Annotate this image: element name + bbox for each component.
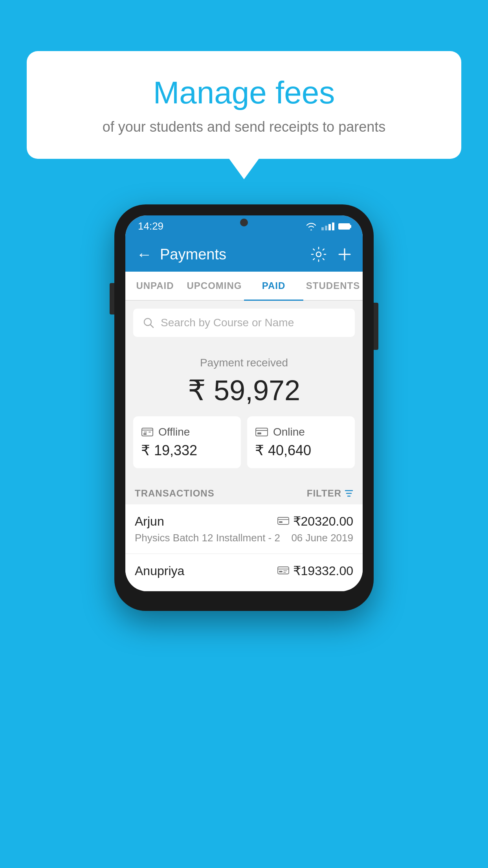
transaction-name: Arjun: [135, 514, 164, 529]
svg-rect-1: [142, 428, 153, 436]
transactions-header: TRANSACTIONS FILTER: [125, 480, 363, 504]
tab-unpaid[interactable]: UNPAID: [125, 272, 185, 300]
svg-rect-2: [143, 433, 147, 435]
app-bar-title: Payments: [160, 246, 311, 263]
online-label: Online: [273, 426, 305, 438]
transaction-name: Anupriya: [135, 564, 184, 578]
phone-screen: 14:29: [125, 215, 363, 591]
svg-rect-3: [256, 428, 268, 436]
phone-frame: 14:29: [114, 204, 374, 611]
transaction-row[interactable]: Anupriya ₹19332.00: [125, 554, 363, 591]
offline-card: Offline ₹ 19,332: [133, 416, 241, 468]
bubble-title: Manage fees: [58, 75, 430, 111]
svg-rect-4: [257, 432, 261, 434]
svg-rect-6: [279, 521, 283, 523]
filter-icon: [345, 489, 353, 498]
offline-payment-icon: [141, 427, 154, 438]
online-payment-icon: [255, 427, 268, 437]
svg-rect-7: [278, 567, 289, 574]
offline-amount: ₹ 19,332: [141, 442, 233, 459]
payment-summary: Payment received ₹ 59,972: [125, 345, 363, 480]
speech-bubble: Manage fees of your students and send re…: [27, 51, 461, 159]
search-bar-wrapper: Search by Course or Name: [125, 301, 363, 345]
transaction-amount: ₹19332.00: [293, 563, 353, 578]
payment-total-amount: ₹ 59,972: [133, 374, 355, 407]
transactions-label: TRANSACTIONS: [135, 488, 215, 499]
offline-label: Offline: [158, 426, 190, 438]
transaction-amount: ₹20320.00: [293, 514, 353, 529]
online-payment-icon: [277, 517, 289, 526]
filter-label: FILTER: [307, 488, 341, 499]
back-button[interactable]: ←: [136, 246, 152, 263]
search-bar[interactable]: Search by Course or Name: [133, 309, 355, 337]
signal-icon: [321, 223, 334, 230]
search-placeholder: Search by Course or Name: [161, 316, 294, 329]
online-card: Online ₹ 40,640: [247, 416, 355, 468]
wifi-icon: [305, 222, 317, 231]
tab-upcoming[interactable]: UPCOMING: [185, 272, 244, 300]
transaction-course: Physics Batch 12 Installment - 2: [135, 532, 280, 544]
camera-dot: [240, 219, 248, 226]
svg-rect-5: [278, 517, 289, 524]
transaction-row[interactable]: Arjun ₹20320.00 Physics Batch 12 Install…: [125, 504, 363, 554]
status-icons: [305, 222, 350, 231]
phone-wrapper: 14:29: [114, 204, 374, 611]
tab-students[interactable]: STUDENTS: [303, 272, 363, 300]
tab-paid[interactable]: PAID: [244, 272, 303, 300]
payment-received-label: Payment received: [133, 357, 355, 369]
battery-icon: [338, 223, 350, 230]
offline-payment-icon: [277, 566, 289, 576]
svg-rect-8: [279, 571, 283, 572]
status-time: 14:29: [138, 220, 163, 232]
search-icon: [143, 317, 154, 329]
app-bar-actions: [311, 246, 352, 262]
filter-button[interactable]: FILTER: [307, 488, 353, 499]
plus-icon[interactable]: [338, 247, 352, 261]
app-bar: ← Payments: [125, 237, 363, 272]
page-background: Manage fees of your students and send re…: [0, 0, 488, 868]
transaction-date: 06 June 2019: [291, 532, 353, 544]
payment-cards: Offline ₹ 19,332: [133, 416, 355, 468]
gear-icon[interactable]: [311, 246, 327, 262]
online-amount: ₹ 40,640: [255, 442, 347, 459]
bubble-subtitle: of your students and send receipts to pa…: [58, 119, 430, 135]
speech-bubble-wrapper: Manage fees of your students and send re…: [27, 51, 461, 159]
tabs: UNPAID UPCOMING PAID STUDENTS: [125, 272, 363, 301]
